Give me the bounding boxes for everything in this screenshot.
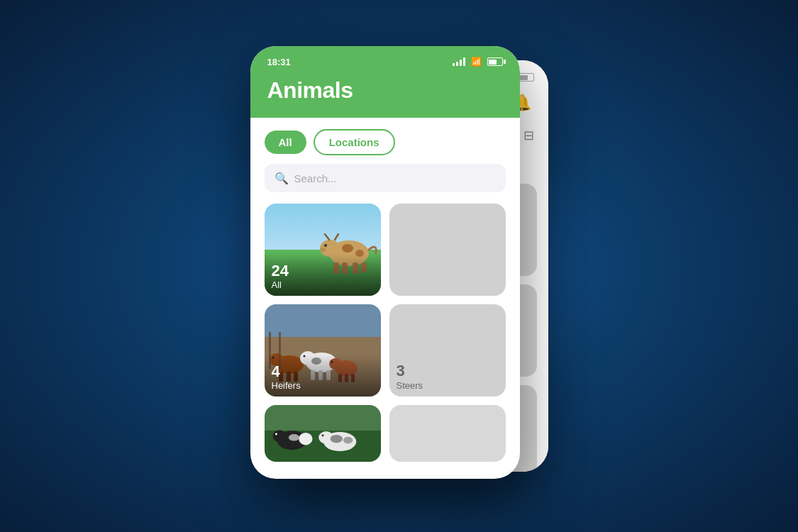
svg-point-34 [272, 430, 286, 442]
svg-point-39 [330, 435, 342, 443]
signal-bars [453, 57, 465, 66]
header-title-row: Animals [250, 72, 520, 118]
svg-point-35 [275, 433, 277, 436]
animal-card-cows-green[interactable] [265, 405, 381, 462]
svg-point-33 [299, 433, 312, 445]
svg-line-10 [335, 234, 338, 240]
card-count-heifers: 4 [272, 363, 374, 380]
animal-card-gray-2[interactable] [389, 405, 506, 462]
status-time: 18:31 [267, 57, 291, 67]
app-header: 18:31 📶 Animals [250, 46, 520, 118]
battery-icon [487, 57, 503, 66]
phone-wrapper: ⌤ mals 🔔 ⊟ Lists Locations [250, 46, 548, 486]
animal-card-heifers[interactable]: 4 Heifers [265, 304, 381, 397]
card-count-all: 24 [272, 262, 374, 279]
signal-bar-3 [460, 60, 462, 66]
search-bar[interactable]: 🔍 Search... [265, 164, 506, 192]
card-gray-overlay-steers: 3 Steers [389, 353, 506, 397]
animal-card-gray-1[interactable] [389, 204, 506, 296]
status-icons: 📶 [453, 57, 503, 67]
status-bar: 18:31 📶 [250, 46, 520, 72]
svg-line-9 [325, 234, 329, 240]
svg-point-36 [288, 434, 299, 441]
svg-point-7 [324, 244, 327, 247]
card-label-heifers: Heifers [272, 380, 374, 391]
wifi-icon: 📶 [471, 57, 482, 67]
card-overlay-heifers: 4 Heifers [265, 355, 381, 397]
filter-row: All Locations [250, 118, 520, 164]
signal-bar-2 [456, 62, 458, 66]
battery-icon-back [519, 73, 534, 82]
animal-card-steers[interactable]: 3 Steers [389, 304, 506, 397]
card-label-all: All [272, 279, 374, 290]
phone-front-card: 18:31 📶 Animals [250, 46, 520, 479]
pill-all[interactable]: All [265, 131, 306, 154]
app-title: Animals [267, 77, 353, 104]
card-count-steers: 3 [397, 362, 499, 380]
svg-point-8 [320, 248, 326, 252]
main-content: All Locations 🔍 Search... [250, 118, 520, 462]
signal-bar-4 [463, 57, 465, 66]
search-placeholder: Search... [294, 172, 337, 184]
filter-icon-back[interactable]: ⊟ [523, 128, 534, 143]
svg-point-40 [343, 437, 353, 444]
animal-card-all[interactable]: 24 All [265, 204, 381, 296]
card-label-steers: Steers [397, 380, 499, 391]
search-icon: 🔍 [275, 172, 289, 185]
pill-locations[interactable]: Locations [314, 129, 395, 155]
animal-grid: 24 All [250, 204, 520, 462]
search-row: 🔍 Search... [250, 164, 520, 204]
svg-point-41 [321, 434, 323, 436]
green-cows-svg [265, 405, 381, 462]
battery-fill [489, 60, 497, 65]
signal-bar-1 [453, 63, 455, 66]
svg-point-11 [342, 244, 353, 253]
card-overlay-all: 24 All [265, 254, 381, 296]
